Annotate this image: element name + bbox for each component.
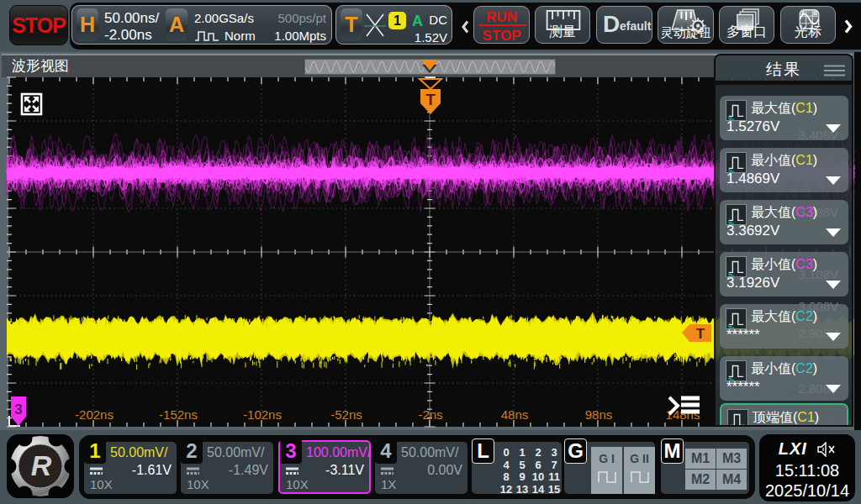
svg-text:-102ns: -102ns [243, 407, 282, 422]
svg-text:T: T [425, 91, 436, 108]
svg-text:A: A [801, 10, 806, 16]
svg-text:T: T [696, 326, 705, 342]
svg-text:-152ns: -152ns [159, 407, 198, 422]
svg-text:-202ns: -202ns [75, 407, 114, 422]
svg-text:B: B [813, 10, 817, 16]
svg-text:3: 3 [14, 402, 22, 417]
svg-text:48ns: 48ns [501, 407, 529, 422]
svg-text:-52ns: -52ns [330, 407, 362, 422]
svg-text:-2ns: -2ns [418, 407, 442, 422]
svg-text:98ns: 98ns [585, 407, 613, 422]
